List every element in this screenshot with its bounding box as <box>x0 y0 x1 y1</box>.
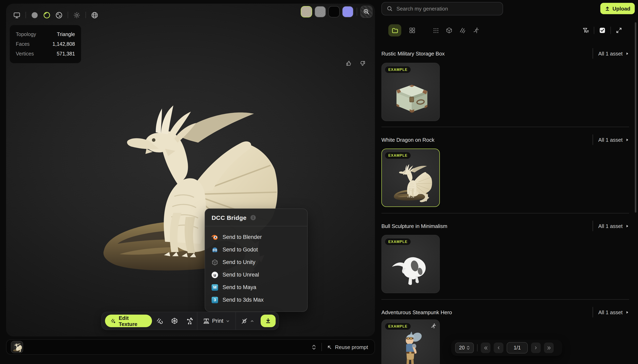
cube-icon <box>446 27 452 34</box>
bull-sculpture-render <box>388 244 434 290</box>
asset-card-bull-sculpture[interactable]: EXAMPLE <box>381 235 440 293</box>
metallic-map-thumb[interactable] <box>328 6 340 18</box>
animation-runner-icon <box>473 27 479 34</box>
chevron-right-icon <box>625 52 629 55</box>
sidebar-scrollbar[interactable] <box>635 22 636 212</box>
last-page-button[interactable] <box>544 342 554 353</box>
globe-icon[interactable] <box>91 12 98 18</box>
section-header: Bull Sculpture in Minimalism All 1 asset <box>381 220 629 232</box>
tab-folders[interactable] <box>388 24 401 36</box>
select-mode-button[interactable] <box>596 24 608 36</box>
divider <box>477 344 477 352</box>
viewport-3d[interactable]: Topology Triangle Faces 1,142,808 Vertic… <box>6 4 375 336</box>
expand-panel-button[interactable] <box>613 24 625 36</box>
plug-disconnected-icon <box>241 318 248 324</box>
divider <box>26 12 26 18</box>
material-sphere-icon[interactable] <box>56 12 62 18</box>
storage-box-render <box>388 72 434 118</box>
monitor-icon[interactable] <box>13 12 20 18</box>
section-all-assets-link[interactable]: All 1 asset <box>593 221 629 231</box>
edit-texture-icon <box>111 318 116 324</box>
normal-map-thumb[interactable] <box>342 6 354 18</box>
wireframe-sphere-icon[interactable] <box>43 12 50 18</box>
3dsmax-letter: 3 <box>212 296 218 303</box>
info-icon[interactable] <box>250 214 256 221</box>
download-button[interactable] <box>261 314 276 327</box>
maya-letter: M <box>212 284 218 290</box>
prev-page-button[interactable] <box>494 342 503 353</box>
thumbs-up-icon[interactable] <box>346 60 352 66</box>
next-page-button[interactable] <box>531 342 541 353</box>
steampunk-hero-render <box>388 329 434 364</box>
section-divider <box>381 299 629 300</box>
retexture-icon[interactable] <box>152 312 167 330</box>
page-size-value: 20 <box>459 345 465 351</box>
double-chevron-left-icon <box>483 346 488 350</box>
sidebar-tabs <box>381 24 629 37</box>
reuse-prompt-button[interactable]: Reuse prompt <box>327 344 368 350</box>
reuse-prompt-label: Reuse prompt <box>335 344 368 350</box>
section-all-assets-link[interactable]: All 1 asset <box>593 307 629 318</box>
menu-item-send-to-3dsmax[interactable]: 3 Send to 3ds Max <box>205 294 307 306</box>
expand-collapse-icon[interactable] <box>311 344 317 350</box>
all-assets-label: All 1 asset <box>598 50 622 56</box>
topology-value: Triangle <box>57 30 75 39</box>
texture-map-bar <box>301 6 373 18</box>
menu-item-send-to-unity[interactable]: Send to Unity <box>205 256 307 268</box>
faces-label: Faces <box>16 39 30 49</box>
filter-models-icon[interactable] <box>443 24 455 36</box>
magnifier-plus-icon[interactable] <box>360 6 373 18</box>
section-title: White Dragon on Rock <box>381 137 435 143</box>
tab-grid[interactable] <box>406 24 418 36</box>
all-assets-label: All 1 asset <box>598 223 622 229</box>
section-all-assets-link[interactable]: All 1 asset <box>593 134 629 145</box>
dcc-bridge-popup: DCC Bridge Send to Blender Send to Godot <box>205 208 308 312</box>
upload-button[interactable]: Upload <box>600 3 635 14</box>
section-all-assets-link[interactable]: All 1 asset <box>593 48 629 59</box>
asset-card-storage-box[interactable]: EXAMPLE <box>381 63 440 121</box>
example-badge: EXAMPLE <box>385 152 411 159</box>
vertices-value: 571,381 <box>57 49 75 59</box>
menu-item-label: Send to Unreal <box>222 272 259 278</box>
filter-animations-icon[interactable] <box>470 24 482 36</box>
search-input[interactable] <box>396 6 498 12</box>
dcc-bridge-button[interactable] <box>236 312 259 330</box>
edit-texture-button[interactable]: Edit Texture <box>105 314 152 327</box>
unity-icon <box>212 259 218 266</box>
first-page-button[interactable] <box>481 342 490 353</box>
example-badge: EXAMPLE <box>385 66 411 73</box>
chevron-down-icon <box>226 319 230 323</box>
menu-item-send-to-unreal[interactable]: u Send to Unreal <box>205 268 307 281</box>
topology-row: Faces 1,142,808 <box>16 39 75 49</box>
filter-textures-icon[interactable] <box>456 24 469 36</box>
menu-item-send-to-maya[interactable]: M Send to Maya <box>205 281 307 294</box>
print-label: Print <box>212 318 223 324</box>
remesh-icon[interactable] <box>167 312 182 330</box>
thumbs-down-icon[interactable] <box>360 60 366 66</box>
filter-sort-button[interactable] <box>580 24 592 36</box>
all-assets-label: All 1 asset <box>598 137 622 143</box>
asset-card-white-dragon-selected[interactable]: EXAMPLE <box>381 148 440 207</box>
rig-icon[interactable] <box>182 312 197 330</box>
filter-all-icon[interactable] <box>430 24 442 36</box>
menu-item-send-to-godot[interactable]: Send to Godot <box>205 243 307 256</box>
generation-thumbnail[interactable] <box>11 341 23 353</box>
base-color-map-thumb[interactable] <box>301 6 312 18</box>
menu-item-send-to-blender[interactable]: Send to Blender <box>205 231 307 243</box>
page-size-stepper[interactable]: 20 <box>455 342 474 353</box>
app-root: Topology Triangle Faces 1,142,808 Vertic… <box>0 0 638 364</box>
expand-icon <box>616 27 622 34</box>
sun-icon[interactable] <box>73 12 80 18</box>
menu-item-label: Send to Blender <box>222 234 262 240</box>
chevron-right-icon <box>625 310 629 314</box>
section-title: Adventurous Steampunk Hero <box>381 309 452 315</box>
print-button[interactable]: Print <box>197 312 235 330</box>
asset-card-steampunk-hero[interactable]: EXAMPLE <box>381 320 440 364</box>
caret-up-icon <box>250 319 254 323</box>
select-checkbox-icon <box>599 27 605 34</box>
shaded-sphere-icon[interactable] <box>31 12 38 18</box>
section-header: Adventurous Steampunk Hero All 1 asset <box>381 306 629 318</box>
roughness-map-thumb[interactable] <box>314 6 326 18</box>
divider <box>86 12 86 18</box>
section-divider <box>381 213 629 214</box>
